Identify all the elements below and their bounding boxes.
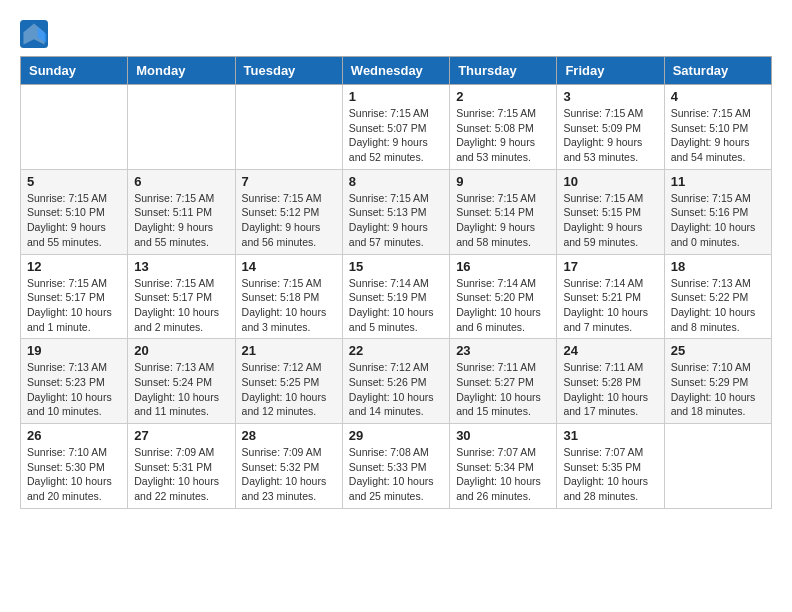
weekday-header-wednesday: Wednesday — [342, 57, 449, 85]
calendar-cell: 2Sunrise: 7:15 AM Sunset: 5:08 PM Daylig… — [450, 85, 557, 170]
day-info: Sunrise: 7:13 AM Sunset: 5:24 PM Dayligh… — [134, 360, 228, 419]
calendar-cell: 7Sunrise: 7:15 AM Sunset: 5:12 PM Daylig… — [235, 169, 342, 254]
day-number: 29 — [349, 428, 443, 443]
calendar-cell: 19Sunrise: 7:13 AM Sunset: 5:23 PM Dayli… — [21, 339, 128, 424]
day-info: Sunrise: 7:15 AM Sunset: 5:17 PM Dayligh… — [27, 276, 121, 335]
weekday-header-monday: Monday — [128, 57, 235, 85]
calendar-cell: 21Sunrise: 7:12 AM Sunset: 5:25 PM Dayli… — [235, 339, 342, 424]
calendar-week-row: 1Sunrise: 7:15 AM Sunset: 5:07 PM Daylig… — [21, 85, 772, 170]
day-info: Sunrise: 7:10 AM Sunset: 5:30 PM Dayligh… — [27, 445, 121, 504]
day-number: 28 — [242, 428, 336, 443]
day-info: Sunrise: 7:15 AM Sunset: 5:13 PM Dayligh… — [349, 191, 443, 250]
weekday-header-tuesday: Tuesday — [235, 57, 342, 85]
logo-icon — [20, 20, 48, 48]
day-number: 27 — [134, 428, 228, 443]
day-number: 26 — [27, 428, 121, 443]
day-info: Sunrise: 7:12 AM Sunset: 5:25 PM Dayligh… — [242, 360, 336, 419]
day-number: 8 — [349, 174, 443, 189]
day-info: Sunrise: 7:15 AM Sunset: 5:17 PM Dayligh… — [134, 276, 228, 335]
logo — [20, 20, 52, 48]
day-info: Sunrise: 7:13 AM Sunset: 5:22 PM Dayligh… — [671, 276, 765, 335]
day-info: Sunrise: 7:14 AM Sunset: 5:20 PM Dayligh… — [456, 276, 550, 335]
day-info: Sunrise: 7:08 AM Sunset: 5:33 PM Dayligh… — [349, 445, 443, 504]
day-info: Sunrise: 7:10 AM Sunset: 5:29 PM Dayligh… — [671, 360, 765, 419]
day-info: Sunrise: 7:15 AM Sunset: 5:10 PM Dayligh… — [671, 106, 765, 165]
calendar-cell: 5Sunrise: 7:15 AM Sunset: 5:10 PM Daylig… — [21, 169, 128, 254]
calendar-cell: 25Sunrise: 7:10 AM Sunset: 5:29 PM Dayli… — [664, 339, 771, 424]
day-number: 7 — [242, 174, 336, 189]
day-number: 5 — [27, 174, 121, 189]
day-number: 22 — [349, 343, 443, 358]
calendar-cell: 11Sunrise: 7:15 AM Sunset: 5:16 PM Dayli… — [664, 169, 771, 254]
day-number: 9 — [456, 174, 550, 189]
calendar-cell: 6Sunrise: 7:15 AM Sunset: 5:11 PM Daylig… — [128, 169, 235, 254]
day-info: Sunrise: 7:09 AM Sunset: 5:31 PM Dayligh… — [134, 445, 228, 504]
calendar-cell: 9Sunrise: 7:15 AM Sunset: 5:14 PM Daylig… — [450, 169, 557, 254]
weekday-header-friday: Friday — [557, 57, 664, 85]
day-number: 13 — [134, 259, 228, 274]
calendar-cell: 17Sunrise: 7:14 AM Sunset: 5:21 PM Dayli… — [557, 254, 664, 339]
page-container: SundayMondayTuesdayWednesdayThursdayFrid… — [0, 0, 792, 519]
calendar-cell: 23Sunrise: 7:11 AM Sunset: 5:27 PM Dayli… — [450, 339, 557, 424]
day-info: Sunrise: 7:14 AM Sunset: 5:21 PM Dayligh… — [563, 276, 657, 335]
calendar-cell: 26Sunrise: 7:10 AM Sunset: 5:30 PM Dayli… — [21, 424, 128, 509]
day-info: Sunrise: 7:07 AM Sunset: 5:35 PM Dayligh… — [563, 445, 657, 504]
day-info: Sunrise: 7:15 AM Sunset: 5:07 PM Dayligh… — [349, 106, 443, 165]
day-info: Sunrise: 7:11 AM Sunset: 5:27 PM Dayligh… — [456, 360, 550, 419]
day-number: 4 — [671, 89, 765, 104]
day-info: Sunrise: 7:15 AM Sunset: 5:14 PM Dayligh… — [456, 191, 550, 250]
day-number: 12 — [27, 259, 121, 274]
calendar-cell — [21, 85, 128, 170]
day-number: 23 — [456, 343, 550, 358]
weekday-header-row: SundayMondayTuesdayWednesdayThursdayFrid… — [21, 57, 772, 85]
day-number: 19 — [27, 343, 121, 358]
header — [20, 20, 772, 48]
day-info: Sunrise: 7:15 AM Sunset: 5:10 PM Dayligh… — [27, 191, 121, 250]
weekday-header-sunday: Sunday — [21, 57, 128, 85]
day-number: 2 — [456, 89, 550, 104]
calendar-cell: 28Sunrise: 7:09 AM Sunset: 5:32 PM Dayli… — [235, 424, 342, 509]
day-info: Sunrise: 7:15 AM Sunset: 5:18 PM Dayligh… — [242, 276, 336, 335]
day-info: Sunrise: 7:15 AM Sunset: 5:08 PM Dayligh… — [456, 106, 550, 165]
day-number: 3 — [563, 89, 657, 104]
day-number: 17 — [563, 259, 657, 274]
weekday-header-saturday: Saturday — [664, 57, 771, 85]
day-info: Sunrise: 7:15 AM Sunset: 5:11 PM Dayligh… — [134, 191, 228, 250]
day-info: Sunrise: 7:07 AM Sunset: 5:34 PM Dayligh… — [456, 445, 550, 504]
calendar-cell — [128, 85, 235, 170]
calendar-week-row: 19Sunrise: 7:13 AM Sunset: 5:23 PM Dayli… — [21, 339, 772, 424]
calendar-cell — [235, 85, 342, 170]
day-number: 24 — [563, 343, 657, 358]
calendar-cell: 22Sunrise: 7:12 AM Sunset: 5:26 PM Dayli… — [342, 339, 449, 424]
calendar-cell: 18Sunrise: 7:13 AM Sunset: 5:22 PM Dayli… — [664, 254, 771, 339]
day-number: 16 — [456, 259, 550, 274]
calendar-cell — [664, 424, 771, 509]
day-number: 11 — [671, 174, 765, 189]
day-number: 1 — [349, 89, 443, 104]
calendar-cell: 8Sunrise: 7:15 AM Sunset: 5:13 PM Daylig… — [342, 169, 449, 254]
calendar-cell: 12Sunrise: 7:15 AM Sunset: 5:17 PM Dayli… — [21, 254, 128, 339]
calendar-cell: 3Sunrise: 7:15 AM Sunset: 5:09 PM Daylig… — [557, 85, 664, 170]
calendar-cell: 20Sunrise: 7:13 AM Sunset: 5:24 PM Dayli… — [128, 339, 235, 424]
weekday-header-thursday: Thursday — [450, 57, 557, 85]
calendar-cell: 30Sunrise: 7:07 AM Sunset: 5:34 PM Dayli… — [450, 424, 557, 509]
day-number: 10 — [563, 174, 657, 189]
day-number: 25 — [671, 343, 765, 358]
day-info: Sunrise: 7:14 AM Sunset: 5:19 PM Dayligh… — [349, 276, 443, 335]
calendar-table: SundayMondayTuesdayWednesdayThursdayFrid… — [20, 56, 772, 509]
calendar-cell: 31Sunrise: 7:07 AM Sunset: 5:35 PM Dayli… — [557, 424, 664, 509]
calendar-cell: 4Sunrise: 7:15 AM Sunset: 5:10 PM Daylig… — [664, 85, 771, 170]
calendar-cell: 27Sunrise: 7:09 AM Sunset: 5:31 PM Dayli… — [128, 424, 235, 509]
calendar-cell: 29Sunrise: 7:08 AM Sunset: 5:33 PM Dayli… — [342, 424, 449, 509]
calendar-cell: 15Sunrise: 7:14 AM Sunset: 5:19 PM Dayli… — [342, 254, 449, 339]
day-number: 18 — [671, 259, 765, 274]
day-number: 30 — [456, 428, 550, 443]
day-info: Sunrise: 7:15 AM Sunset: 5:15 PM Dayligh… — [563, 191, 657, 250]
calendar-cell: 1Sunrise: 7:15 AM Sunset: 5:07 PM Daylig… — [342, 85, 449, 170]
day-info: Sunrise: 7:12 AM Sunset: 5:26 PM Dayligh… — [349, 360, 443, 419]
day-number: 15 — [349, 259, 443, 274]
day-info: Sunrise: 7:15 AM Sunset: 5:12 PM Dayligh… — [242, 191, 336, 250]
day-number: 21 — [242, 343, 336, 358]
day-info: Sunrise: 7:09 AM Sunset: 5:32 PM Dayligh… — [242, 445, 336, 504]
day-number: 20 — [134, 343, 228, 358]
